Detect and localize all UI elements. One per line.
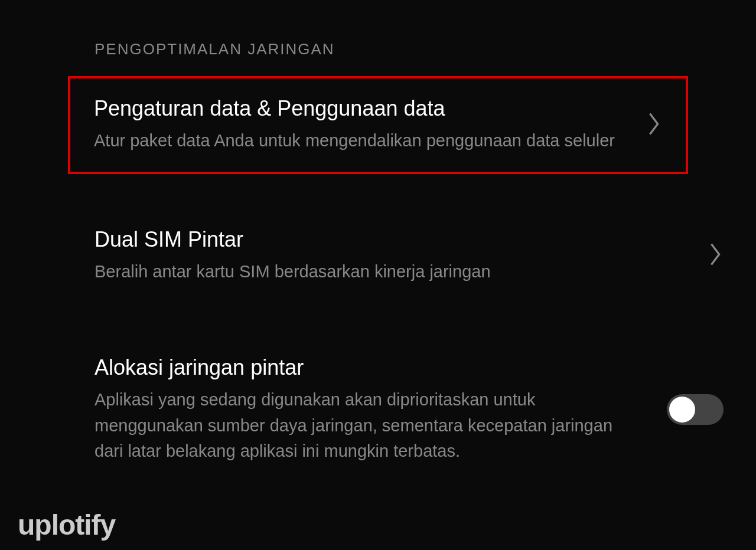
toggle-switch-smart-allocation[interactable] — [667, 394, 724, 425]
toggle-knob — [669, 397, 695, 423]
setting-content: Alokasi jaringan pintar Aplikasi yang se… — [94, 355, 667, 464]
setting-content: Dual SIM Pintar Beralih antar kartu SIM … — [94, 227, 707, 285]
section-header: PENGOPTIMALAN JARINGAN — [0, 0, 756, 76]
setting-title: Dual SIM Pintar — [94, 227, 683, 252]
setting-item-data-usage[interactable]: Pengaturan data & Penggunaan data Atur p… — [68, 76, 688, 174]
setting-description: Beralih antar kartu SIM berdasarkan kine… — [94, 259, 683, 285]
setting-item-dual-sim[interactable]: Dual SIM Pintar Beralih antar kartu SIM … — [0, 209, 756, 303]
setting-description: Aplikasi yang sedang digunakan akan dipr… — [94, 387, 643, 464]
setting-description: Atur paket data Anda untuk mengendalikan… — [94, 128, 622, 154]
chevron-right-icon — [707, 241, 724, 270]
watermark: uplotify — [18, 509, 115, 541]
setting-content: Pengaturan data & Penggunaan data Atur p… — [94, 96, 646, 154]
setting-title: Alokasi jaringan pintar — [94, 355, 643, 380]
chevron-right-icon — [646, 111, 662, 139]
setting-item-smart-allocation[interactable]: Alokasi jaringan pintar Aplikasi yang se… — [0, 338, 756, 482]
setting-title: Pengaturan data & Penggunaan data — [94, 96, 622, 121]
